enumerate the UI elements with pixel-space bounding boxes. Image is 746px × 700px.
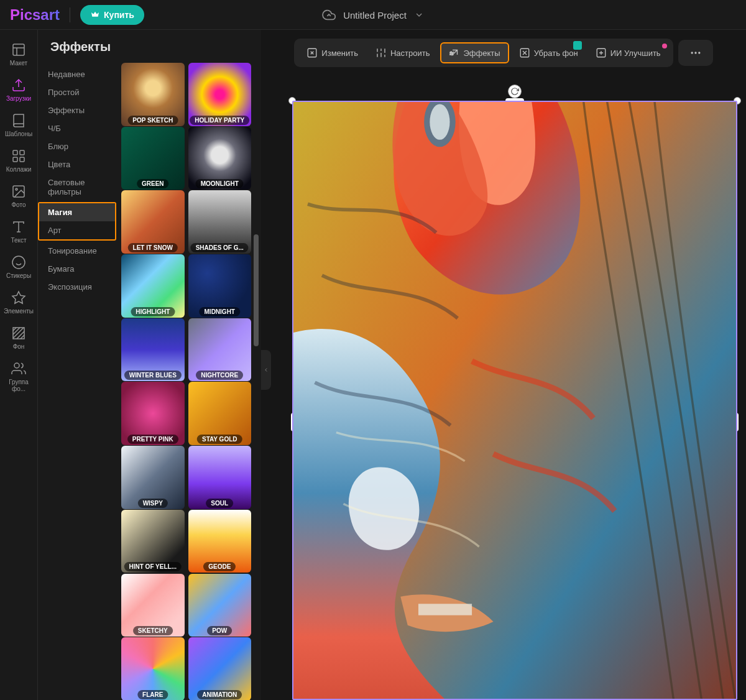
scrollbar[interactable] — [254, 60, 259, 700]
more-button[interactable] — [678, 40, 713, 66]
collapse-panel-tab[interactable] — [261, 350, 271, 390]
effect-card[interactable]: HIGHLIGHT — [121, 254, 185, 318]
category-item[interactable]: Блюр — [38, 137, 119, 155]
category-item[interactable]: Цвета — [38, 155, 119, 173]
effect-card[interactable]: NIGHTCORE — [188, 318, 252, 382]
svg-rect-6 — [13, 157, 17, 162]
svg-point-33 — [691, 52, 693, 53]
tool-ai-enhance[interactable]: ИИ Улучшить — [588, 42, 668, 63]
rail-layout[interactable]: Макет — [0, 37, 37, 71]
effects-grid[interactable]: POP SKETCHHOLIDAY PARTYGREENMOONLIGHTLET… — [119, 60, 261, 700]
svg-rect-37 — [418, 604, 472, 615]
crown-icon — [90, 10, 100, 20]
canvas-wrap — [261, 76, 746, 700]
effect-label: HIGHLIGHT — [131, 307, 175, 316]
effect-card[interactable]: FLARE — [121, 637, 185, 700]
tool-adjust[interactable]: Настроить — [368, 42, 438, 63]
effect-card[interactable]: HINT OF YELL... — [121, 510, 185, 573]
effect-label: HINT OF YELL... — [124, 562, 182, 571]
rail-photo[interactable]: Фото — [0, 179, 37, 213]
effect-card[interactable]: MOONLIGHT — [188, 127, 252, 190]
categories-list: НедавнееПростойЭффектыЧ/ББлюрЦветаСветов… — [38, 60, 119, 700]
effect-label: GREEN — [137, 179, 169, 188]
svg-point-35 — [698, 52, 700, 53]
category-item[interactable]: Эффекты — [38, 101, 119, 119]
effect-card[interactable]: GREEN — [121, 127, 185, 190]
svg-text:fx: fx — [449, 50, 453, 56]
notification-dot — [662, 44, 667, 48]
effect-label: WISPY — [138, 499, 168, 508]
effect-label: SKETCHY — [133, 626, 173, 635]
new-badge — [573, 41, 582, 50]
rail-elements[interactable]: Элементы — [0, 285, 37, 320]
svg-point-39 — [430, 104, 449, 139]
rail-collage[interactable]: Коллажи — [0, 144, 37, 178]
rail-group-photo[interactable]: Группа фо... — [0, 356, 37, 397]
cloud-icon — [322, 8, 336, 22]
tool-remove-bg[interactable]: Убрать фон — [512, 42, 586, 63]
category-item[interactable]: Тонирование — [38, 242, 119, 260]
rail-stickers[interactable]: Стикеры — [0, 250, 37, 284]
effect-card[interactable]: STAY GOLD — [188, 382, 252, 445]
svg-line-21 — [21, 335, 24, 339]
category-item[interactable]: Экспозиция — [38, 278, 119, 296]
effect-label: MOONLIGHT — [196, 179, 244, 188]
effect-card[interactable]: PRETTY PINK — [121, 382, 185, 445]
effect-card[interactable]: MIDNIGHT — [188, 254, 252, 318]
effect-card[interactable]: ANIMATION — [188, 637, 252, 700]
chevron-down-icon — [414, 10, 424, 20]
effect-label: FLARE — [137, 690, 168, 699]
svg-point-9 — [16, 188, 17, 190]
effects-panel: Эффекты НедавнееПростойЭффектыЧ/ББлюрЦве… — [37, 30, 261, 700]
effect-label: MIDNIGHT — [200, 307, 240, 316]
rail-label: Группа фо... — [1, 379, 36, 392]
buy-button[interactable]: Купить — [80, 5, 144, 25]
svg-rect-4 — [13, 150, 17, 155]
effect-card[interactable]: SHADES OF G... — [188, 190, 252, 254]
category-item[interactable]: Недавнее — [38, 65, 119, 83]
scrollbar-thumb[interactable] — [254, 234, 259, 346]
category-item[interactable]: Арт — [39, 221, 115, 239]
svg-line-18 — [13, 328, 20, 334]
category-item[interactable]: Бумага — [38, 260, 119, 278]
rail-label: Элементы — [4, 308, 34, 315]
rail-text[interactable]: Текст — [0, 214, 37, 249]
rail-background[interactable]: Фон — [0, 321, 37, 355]
svg-rect-5 — [20, 150, 24, 155]
effect-label: WINTER BLUES — [124, 371, 182, 380]
category-item[interactable]: Магия — [39, 203, 115, 221]
effect-card[interactable]: GEODE — [188, 510, 252, 573]
effect-card[interactable]: LET IT SNOW — [121, 190, 185, 254]
category-item[interactable]: Ч/Б — [38, 119, 119, 137]
tool-effects[interactable]: fxЭффекты — [440, 42, 509, 63]
effect-label: PRETTY PINK — [127, 435, 178, 444]
effect-card[interactable]: SKETCHY — [121, 574, 185, 637]
rail-label: Фото — [12, 201, 26, 208]
left-rail: Макет Загрузки Шаблоны Коллажи Фото Текс… — [0, 30, 37, 700]
rail-templates[interactable]: Шаблоны — [0, 108, 37, 142]
svg-rect-0 — [13, 44, 24, 55]
effect-label: NIGHTCORE — [196, 371, 243, 380]
effect-card[interactable]: WISPY — [121, 446, 185, 509]
rail-uploads[interactable]: Загрузки — [0, 73, 37, 107]
rotate-handle[interactable] — [508, 85, 522, 98]
effect-label: LET IT SNOW — [128, 243, 178, 252]
tool-edit[interactable]: Изменить — [299, 42, 366, 63]
category-item[interactable]: Простой — [38, 83, 119, 101]
svg-rect-7 — [20, 157, 24, 162]
effect-card[interactable]: SOUL — [188, 446, 252, 509]
effect-card[interactable]: WINTER BLUES — [121, 318, 185, 382]
rail-label: Текст — [11, 237, 26, 244]
canvas-selection[interactable] — [292, 101, 737, 700]
project-title-group[interactable]: Untitled Project — [322, 0, 424, 30]
effect-card[interactable]: POW — [188, 574, 252, 637]
canvas-image — [293, 102, 736, 699]
svg-point-22 — [14, 363, 19, 368]
effect-label: POP SKETCH — [127, 116, 178, 125]
effect-card[interactable]: POP SKETCH — [121, 63, 185, 126]
effect-card[interactable]: HOLIDAY PARTY — [188, 63, 252, 126]
category-item[interactable]: Световые фильтры — [38, 173, 119, 201]
effect-label: STAY GOLD — [197, 435, 242, 444]
svg-line-20 — [17, 331, 24, 339]
app-header: Picsart Купить Untitled Project — [0, 0, 746, 30]
